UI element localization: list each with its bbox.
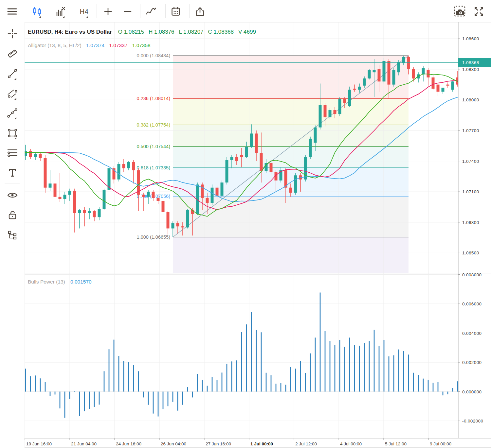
candle-body <box>235 157 238 161</box>
fullscreen-button[interactable] <box>472 5 485 18</box>
histogram-bar <box>251 312 252 392</box>
histogram-bar <box>84 392 85 411</box>
candle-body <box>304 157 307 180</box>
histogram-bar <box>236 360 237 391</box>
toolbar-separator <box>73 4 73 18</box>
toolbar-separator <box>97 4 97 18</box>
candle-body <box>186 210 189 227</box>
tool-crosshair[interactable] <box>6 27 19 40</box>
timeframe-label: H4 <box>80 8 89 15</box>
candle-body <box>49 183 52 187</box>
histogram-bar <box>256 330 257 392</box>
histogram-bar <box>30 376 31 392</box>
zoom-out-icon <box>124 8 132 15</box>
indicator-pane[interactable] <box>25 273 458 438</box>
indicators-button[interactable] <box>145 5 158 18</box>
chevron-down-icon <box>14 137 16 139</box>
candle-body <box>422 68 425 75</box>
histogram-bar <box>261 332 262 391</box>
candle-body <box>451 81 454 90</box>
tool-object-list[interactable] <box>6 229 19 242</box>
candle-body <box>412 69 415 78</box>
histogram-bar <box>173 392 173 402</box>
histogram-bar <box>398 350 399 392</box>
tool-visibility[interactable] <box>6 189 19 202</box>
histogram-bar <box>339 340 340 392</box>
candle-body <box>358 87 361 90</box>
candle-body <box>172 223 174 229</box>
tool-fibonacci[interactable] <box>6 146 19 160</box>
menu-button[interactable] <box>6 5 19 18</box>
export-button[interactable] <box>193 5 207 18</box>
eye-icon <box>7 192 18 199</box>
histogram-bar <box>163 392 164 409</box>
calendar-button[interactable] <box>169 5 182 18</box>
candle-body <box>211 188 214 203</box>
histogram-bar <box>403 351 404 392</box>
candle-body <box>103 190 106 209</box>
histogram-bar <box>241 332 242 391</box>
price-axis-label: 1.08600 <box>462 36 479 41</box>
histogram-bar <box>182 392 183 405</box>
chart-type-button[interactable] <box>30 5 44 18</box>
histogram-bar <box>408 354 409 391</box>
candle-body <box>442 88 445 92</box>
histogram-bar <box>320 293 321 392</box>
chevron-down-icon <box>14 98 16 100</box>
tool-ruler[interactable] <box>6 47 19 60</box>
zoom-in-button[interactable] <box>101 5 115 18</box>
candle-body <box>29 151 32 157</box>
tool-polyline[interactable] <box>6 106 19 119</box>
histogram-bar <box>69 392 70 399</box>
histogram-bar <box>315 337 316 391</box>
histogram-bar <box>222 372 223 391</box>
histogram-bar <box>330 341 331 391</box>
histogram-bar <box>89 392 90 409</box>
price-axis-label: 1.06500 <box>462 250 479 255</box>
indicator-window-close-button[interactable] <box>54 5 67 18</box>
histogram-bar <box>384 340 385 392</box>
low-value: L 1.08207 <box>179 29 204 35</box>
tool-trend-line[interactable] <box>6 67 19 80</box>
alligator-jaw-value: 1.07374 <box>86 43 104 48</box>
candle-body <box>240 155 243 157</box>
histogram-bar <box>45 382 46 391</box>
close-value: C 1.08368 <box>208 29 234 35</box>
candle-body <box>78 210 81 213</box>
main-pane[interactable]: 0.000 (1.08434)0.236 (1.08014)0.382 (1.0… <box>24 22 491 273</box>
candle-body <box>176 223 179 226</box>
histogram-bar <box>123 361 124 392</box>
histogram-bar <box>79 392 80 416</box>
candle-body <box>167 212 170 229</box>
zoom-out-button[interactable] <box>121 5 134 18</box>
candle-body <box>446 85 449 86</box>
histogram-bar <box>246 324 247 391</box>
timeframe-button[interactable]: H4 <box>78 5 91 18</box>
symbol-title: EURUSD, H4: Euro vs US Dollar <box>28 29 112 35</box>
indicator-axis-label: 0.002000 <box>462 360 482 365</box>
chart-canvas[interactable]: 0.000 (1.08434)0.236 (1.08014)0.382 (1.0… <box>0 0 491 448</box>
candle-body <box>270 163 273 172</box>
candle-body <box>147 192 150 197</box>
histogram-bar <box>114 340 115 392</box>
fib-level-label: 0.000 (1.08434) <box>137 53 170 58</box>
unlock-icon <box>8 211 17 220</box>
candle-body <box>432 78 435 89</box>
tool-channel[interactable] <box>6 87 19 100</box>
tool-shapes[interactable] <box>6 127 19 140</box>
candle-body <box>289 188 292 193</box>
histogram-bar <box>290 367 291 391</box>
histogram-bar <box>393 355 394 392</box>
alligator-info-row: Alligator (13, 8, 5, HL/2) 1.07374 1.073… <box>28 43 151 48</box>
candle-body <box>122 164 125 168</box>
screenshot-button[interactable] <box>453 5 467 18</box>
export-icon <box>195 7 205 16</box>
tool-lock[interactable] <box>6 209 19 222</box>
candle-body <box>343 99 346 103</box>
histogram-bar <box>300 361 301 391</box>
top-toolbar: H4 <box>0 0 491 22</box>
tool-text[interactable] <box>6 166 19 179</box>
fullscreen-icon <box>474 7 484 16</box>
volume-value: V 4699 <box>238 29 256 35</box>
histogram-bar <box>128 362 129 392</box>
